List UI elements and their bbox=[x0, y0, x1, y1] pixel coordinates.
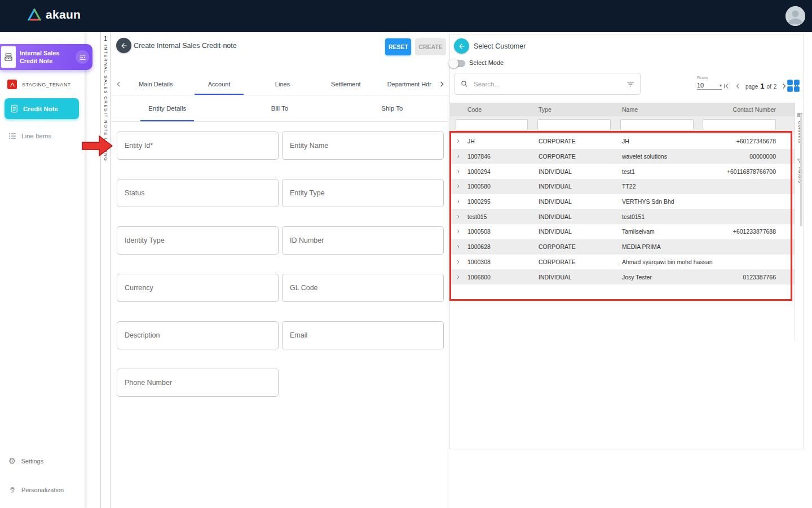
back-button[interactable] bbox=[454, 38, 469, 54]
row-expand-icon[interactable] bbox=[456, 274, 461, 279]
row-type: INDIVIDUAL bbox=[539, 213, 572, 220]
row-expand-icon[interactable] bbox=[456, 184, 461, 189]
row-code: 1006800 bbox=[467, 274, 491, 281]
form-field[interactable]: Description bbox=[117, 321, 279, 349]
row-expand-icon[interactable] bbox=[456, 169, 461, 174]
sidebar-item-credit-note[interactable]: Credit Note bbox=[5, 98, 79, 119]
rows-per-page-select[interactable]: 10 ▾ bbox=[697, 82, 722, 90]
filter-code-input[interactable] bbox=[456, 119, 528, 130]
column-header-name[interactable]: Name bbox=[622, 106, 638, 113]
column-header-contact-number[interactable]: Contact Number bbox=[733, 106, 776, 113]
table-row[interactable]: 1000308 CORPORATE Ahmad syarqawi bin moh… bbox=[450, 255, 795, 270]
table-row[interactable]: 1000628 CORPORATE MEDIA PRIMA bbox=[450, 239, 795, 255]
form-field-label: Email bbox=[290, 331, 307, 339]
row-type: CORPORATE bbox=[539, 138, 576, 144]
first-page-icon bbox=[723, 82, 730, 90]
search-input[interactable] bbox=[473, 80, 622, 88]
reset-button[interactable]: RESET bbox=[385, 38, 411, 55]
row-expand-icon[interactable] bbox=[456, 229, 461, 234]
tab[interactable]: Main Details bbox=[124, 73, 187, 95]
tab[interactable]: Account bbox=[187, 73, 250, 95]
table-row[interactable]: 1000294 INDIVIDUAL test1 +60116878766700 bbox=[450, 164, 795, 179]
select-mode-toggle[interactable] bbox=[450, 60, 465, 67]
table-row[interactable]: 1007846 CORPORATE wavelet solutions 0000… bbox=[450, 149, 795, 164]
row-name: TT22 bbox=[622, 183, 636, 190]
listing-index: 1 bbox=[104, 35, 107, 42]
sidebar-item-settings[interactable]: ⚙ Settings bbox=[8, 457, 43, 465]
select-customer-panel: Select Customer Select Mode Rows 10 ▾ pa… bbox=[449, 34, 804, 449]
column-header-type[interactable]: Type bbox=[539, 106, 551, 113]
row-code: test015 bbox=[467, 213, 487, 220]
select-mode-label: Select Mode bbox=[469, 59, 504, 66]
tab[interactable]: Settlement bbox=[314, 73, 377, 95]
row-expand-icon[interactable] bbox=[456, 139, 461, 144]
table-row[interactable]: 1000508 INDIVIDUAL Tamilselvam +60123387… bbox=[450, 224, 795, 239]
row-expand-icon[interactable] bbox=[456, 259, 461, 264]
tab[interactable]: Lines bbox=[251, 73, 314, 95]
form-field[interactable]: Email bbox=[282, 321, 444, 349]
form-field[interactable]: Entity Type bbox=[282, 179, 444, 207]
form-field[interactable]: ID Number bbox=[282, 226, 444, 255]
table-scrollbar[interactable] bbox=[800, 113, 802, 226]
credit-note-doc-icon bbox=[11, 104, 18, 113]
subtab[interactable]: Ship To bbox=[336, 95, 448, 121]
row-contact: 00000000 bbox=[749, 153, 776, 160]
filter-type-input[interactable] bbox=[537, 119, 611, 130]
row-code: 1007846 bbox=[467, 153, 491, 160]
form-field[interactable]: Entity Id* bbox=[117, 132, 279, 160]
row-expand-icon[interactable] bbox=[456, 154, 461, 159]
row-name: JH bbox=[622, 138, 629, 144]
page-title: Create Internal Sales Credit-note bbox=[134, 42, 237, 50]
form-field[interactable]: Currency bbox=[117, 274, 279, 302]
module-banner: Internal Sales Credit Note bbox=[0, 44, 92, 70]
table-row[interactable]: 1000580 INDIVIDUAL TT22 bbox=[450, 179, 795, 194]
tabs-scroll-left-icon[interactable] bbox=[114, 80, 123, 89]
back-button[interactable] bbox=[116, 38, 131, 53]
apps-grid-icon[interactable] bbox=[786, 78, 801, 93]
table-row[interactable]: 1000295 INDIVIDUAL VERTHYS Sdn Bhd bbox=[450, 194, 795, 209]
form-field[interactable]: Phone Number bbox=[117, 369, 279, 397]
filter-name-input[interactable] bbox=[620, 119, 694, 130]
menu-collapse-icon[interactable] bbox=[76, 50, 89, 64]
sidebar-item-personalization[interactable]: Personalization bbox=[8, 486, 64, 494]
table-filter-row bbox=[450, 116, 795, 134]
filter-contact-input[interactable] bbox=[703, 119, 776, 130]
tab[interactable]: Department Hdr bbox=[378, 73, 441, 95]
sidebar-item-line-items[interactable]: Line Items bbox=[8, 133, 51, 139]
create-button[interactable]: CREATE bbox=[415, 38, 446, 55]
form-field[interactable]: Entity Name bbox=[282, 132, 444, 160]
prev-page-button[interactable] bbox=[734, 82, 742, 90]
panel-title: Select Customer bbox=[474, 42, 526, 50]
table-row[interactable]: 1006800 INDIVIDUAL Josy Tester 012338776… bbox=[450, 269, 795, 284]
row-name: wavelet solutions bbox=[622, 153, 667, 160]
table-row[interactable]: JH CORPORATE JH +60127345678 bbox=[450, 134, 795, 149]
tenant-row[interactable]: STAGING_TENANT bbox=[7, 80, 70, 89]
row-type: INDIVIDUAL bbox=[539, 198, 572, 205]
form-field[interactable]: Identity Type bbox=[117, 226, 279, 255]
row-expand-icon[interactable] bbox=[456, 214, 461, 219]
search-icon bbox=[461, 80, 468, 87]
module-title: Internal Sales Credit Note bbox=[20, 49, 76, 65]
rows-per-page-value: 10 bbox=[697, 82, 704, 89]
subtab[interactable]: Entity Details bbox=[111, 95, 223, 121]
akaun-logo-text: akaun bbox=[46, 8, 81, 21]
form-field[interactable]: Status bbox=[117, 179, 279, 207]
akaun-logo: akaun bbox=[27, 8, 81, 21]
row-name: Tamilselvam bbox=[622, 228, 655, 235]
form-field[interactable]: GL Code bbox=[282, 274, 444, 302]
table-row[interactable]: test015 INDIVIDUAL test0151 bbox=[450, 209, 795, 224]
sidebar-item-label: Credit Note bbox=[23, 106, 58, 112]
rows-per-page-widget: Rows 10 ▾ bbox=[697, 75, 722, 90]
tabs-scroll-right-icon[interactable] bbox=[437, 80, 446, 89]
first-page-button[interactable] bbox=[723, 82, 730, 90]
row-code: 1000628 bbox=[467, 243, 491, 250]
row-contact: +601233877688 bbox=[733, 228, 776, 235]
user-avatar[interactable] bbox=[785, 6, 805, 26]
create-credit-note-panel: Create Internal Sales Credit-note RESET … bbox=[111, 32, 448, 508]
filter-list-icon[interactable] bbox=[626, 81, 634, 87]
subtab[interactable]: Bill To bbox=[223, 95, 336, 121]
column-header-code[interactable]: Code bbox=[467, 106, 482, 113]
row-name: MEDIA PRIMA bbox=[622, 243, 661, 250]
row-expand-icon[interactable] bbox=[456, 199, 461, 204]
row-expand-icon[interactable] bbox=[456, 244, 461, 249]
